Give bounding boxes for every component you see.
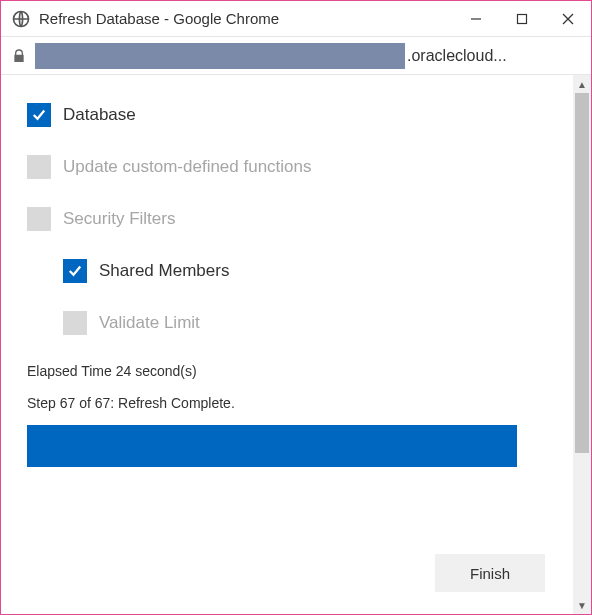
scroll-thumb[interactable]	[575, 93, 589, 453]
checkbox-unchecked-icon	[27, 155, 51, 179]
scroll-down-arrow-icon[interactable]: ▼	[573, 596, 591, 614]
option-label: Update custom-defined functions	[63, 157, 312, 177]
option-shared-members[interactable]: Shared Members	[63, 259, 555, 283]
maximize-button[interactable]	[499, 1, 545, 37]
elapsed-time: Elapsed Time 24 second(s)	[27, 363, 555, 379]
option-label: Shared Members	[99, 261, 229, 281]
checkbox-unchecked-icon	[27, 207, 51, 231]
step-status: Step 67 of 67: Refresh Complete.	[27, 395, 555, 411]
address-bar[interactable]: .oraclecloud...	[1, 37, 591, 75]
scroll-up-arrow-icon[interactable]: ▲	[573, 75, 591, 93]
option-update-custom: Update custom-defined functions	[27, 155, 555, 179]
url-visible: .oraclecloud...	[407, 47, 507, 65]
minimize-button[interactable]	[453, 1, 499, 37]
window-titlebar: Refresh Database - Google Chrome	[1, 1, 591, 37]
option-label: Database	[63, 105, 136, 125]
checkbox-checked-icon[interactable]	[63, 259, 87, 283]
option-label: Security Filters	[63, 209, 175, 229]
option-label: Validate Limit	[99, 313, 200, 333]
main-content: Database Update custom-defined functions…	[1, 75, 573, 614]
option-database[interactable]: Database	[27, 103, 555, 127]
progress-bar	[27, 425, 517, 467]
url-redacted	[35, 43, 405, 69]
option-validate-limit: Validate Limit	[63, 311, 555, 335]
checkbox-unchecked-icon	[63, 311, 87, 335]
vertical-scrollbar[interactable]: ▲ ▼	[573, 75, 591, 614]
option-security-filters: Security Filters	[27, 207, 555, 231]
lock-icon	[11, 48, 27, 64]
close-button[interactable]	[545, 1, 591, 37]
globe-icon	[11, 9, 31, 29]
checkbox-checked-icon[interactable]	[27, 103, 51, 127]
window-title: Refresh Database - Google Chrome	[39, 10, 453, 27]
svg-rect-2	[518, 14, 527, 23]
finish-button[interactable]: Finish	[435, 554, 545, 592]
